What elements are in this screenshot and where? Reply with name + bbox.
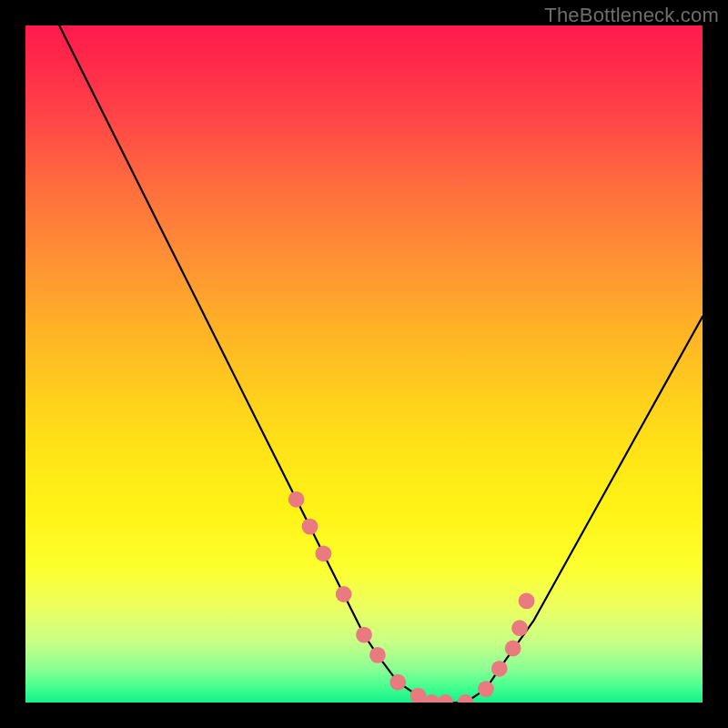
watermark-text: TheBottleneck.com	[544, 4, 719, 27]
marker-dot	[410, 688, 427, 703]
marker-dot	[519, 593, 535, 610]
marker-dot	[336, 586, 352, 602]
plot-area	[25, 25, 703, 703]
marker-dot	[505, 641, 521, 657]
chart-svg	[25, 25, 703, 703]
marker-dot	[302, 519, 318, 535]
curve-line	[59, 25, 703, 703]
chart-frame: TheBottleneck.com	[0, 0, 728, 728]
marker-dot	[511, 620, 528, 636]
marker-dot	[437, 694, 453, 703]
marker-dot	[316, 545, 332, 561]
marker-dot	[491, 661, 508, 677]
marker-dot	[389, 674, 406, 691]
highlight-markers	[288, 491, 535, 703]
marker-dot	[458, 694, 474, 703]
marker-dot	[288, 491, 305, 508]
marker-dot	[369, 647, 386, 663]
marker-dot	[478, 681, 494, 697]
marker-dot	[356, 627, 372, 643]
